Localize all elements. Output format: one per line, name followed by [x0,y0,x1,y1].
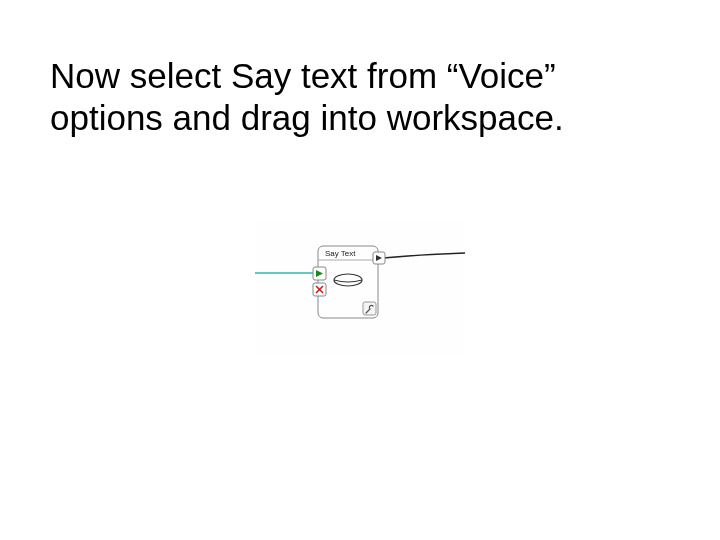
slide: Now select Say text from “Voice” options… [0,0,720,540]
say-text-node[interactable]: Say Text [313,246,385,318]
output-port[interactable] [373,252,385,264]
workspace-svg: Say Text [255,220,465,355]
output-wire [383,253,465,258]
workspace-diagram: Say Text [255,220,465,355]
input-port-play[interactable] [313,267,326,280]
node-title-text: Say Text [325,249,356,258]
wrench-icon[interactable] [363,302,376,315]
instruction-heading: Now select Say text from “Voice” options… [50,55,670,139]
input-port-stop[interactable] [313,283,326,296]
